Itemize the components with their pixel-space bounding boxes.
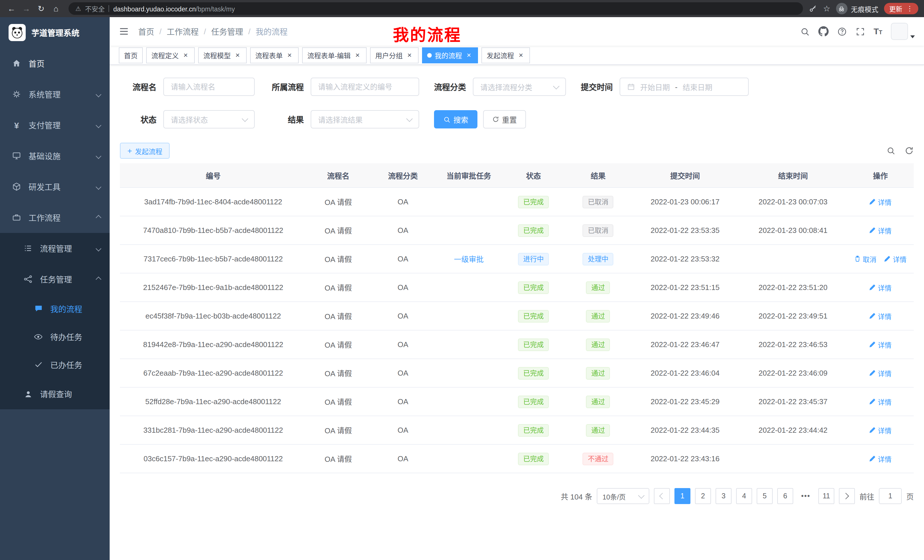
tab-process-model[interactable]: 流程模型× bbox=[198, 47, 247, 63]
help-icon[interactable] bbox=[837, 27, 847, 36]
forward-button[interactable]: → bbox=[20, 2, 33, 15]
back-button[interactable]: ← bbox=[4, 2, 18, 15]
close-icon[interactable]: × bbox=[234, 51, 242, 59]
page-button[interactable]: 1 bbox=[675, 488, 690, 504]
sidebar-item-todo-task[interactable]: 待办任务 bbox=[0, 322, 110, 350]
tab-process-form[interactable]: 流程表单× bbox=[250, 47, 298, 63]
tab-user-group[interactable]: 用户分组× bbox=[370, 47, 418, 63]
filter-row-1: 流程名 所属流程 流程分类 请选择流程分类 提交时间 bbox=[120, 78, 914, 96]
breadcrumb-home[interactable]: 首页 bbox=[138, 26, 154, 37]
detail-link[interactable]: 详情 bbox=[869, 340, 891, 349]
eye-icon bbox=[33, 332, 44, 341]
sidebar-item-workflow[interactable]: 工作流程 bbox=[0, 202, 110, 233]
submit-time-range[interactable]: 开始日期 - 结束日期 bbox=[620, 78, 748, 96]
close-icon[interactable]: × bbox=[182, 51, 190, 59]
chrome-update-button[interactable]: 更新 ⋮ bbox=[884, 3, 918, 14]
detail-link[interactable]: 详情 bbox=[869, 397, 891, 406]
bookmark-star-icon[interactable]: ☆ bbox=[823, 4, 830, 13]
sidebar-item-system[interactable]: 系统管理 bbox=[0, 79, 110, 109]
result-select[interactable]: 请选择流结果 bbox=[310, 110, 419, 129]
cancel-link[interactable]: 取消 bbox=[854, 254, 877, 264]
app-logo[interactable]: 芋道管理系统 bbox=[0, 17, 110, 48]
category-select[interactable]: 请选择流程分类 bbox=[473, 78, 566, 96]
hamburger-icon[interactable] bbox=[119, 26, 129, 36]
detail-link[interactable]: 详情 bbox=[869, 425, 891, 435]
sidebar-item-process-mgmt[interactable]: 流程管理 bbox=[0, 233, 110, 264]
sidebar-item-my-process[interactable]: 我的流程 bbox=[0, 295, 110, 322]
tab-start-process[interactable]: 发起流程× bbox=[482, 47, 530, 63]
page-button[interactable]: 5 bbox=[757, 488, 772, 504]
tab-process-definition[interactable]: 流程定义× bbox=[146, 47, 195, 63]
status-select[interactable]: 请选择状态 bbox=[164, 110, 255, 129]
tab-my-process[interactable]: 我的流程× bbox=[422, 47, 478, 63]
process-def-input[interactable] bbox=[310, 78, 419, 96]
filter-row-2: 状态 请选择状态 结果 请选择流结果 搜索 bbox=[120, 110, 914, 129]
chevron-up-icon bbox=[96, 276, 101, 282]
sidebar-item-payment[interactable]: ¥ 支付管理 bbox=[0, 109, 110, 141]
close-icon[interactable]: × bbox=[517, 51, 525, 59]
sidebar-item-done-task[interactable]: 已办任务 bbox=[0, 350, 110, 379]
github-icon[interactable] bbox=[818, 26, 828, 36]
detail-link[interactable]: 详情 bbox=[869, 368, 891, 378]
tab-home[interactable]: 首页 bbox=[119, 47, 143, 63]
next-page-button[interactable] bbox=[839, 488, 855, 504]
close-icon[interactable]: × bbox=[285, 51, 294, 59]
chevron-down-icon bbox=[406, 115, 413, 122]
process-table: 编号 流程名 流程分类 当前审批任务 状态 结果 提交时间 结束时间 操作 3a… bbox=[120, 163, 914, 473]
sidebar-item-devtools[interactable]: 研发工具 bbox=[0, 171, 110, 202]
toggle-search-icon[interactable] bbox=[886, 146, 896, 155]
page-button[interactable]: 3 bbox=[716, 488, 732, 504]
reload-button[interactable]: ↻ bbox=[34, 2, 48, 15]
detail-link[interactable]: 详情 bbox=[869, 226, 891, 235]
password-key-icon[interactable] bbox=[809, 4, 818, 13]
table-row: 2152467e-7b9b-11ec-9a1b-acde48001122 OA … bbox=[120, 273, 914, 302]
page-button[interactable]: 4 bbox=[736, 488, 752, 504]
search-button[interactable]: 搜索 bbox=[434, 110, 477, 129]
browser-menu-kebab-icon[interactable]: ⋮ bbox=[906, 4, 913, 13]
main-area: 首页 / 工作流程 / 任务管理 / 我的流程 我的流程 TT bbox=[110, 17, 924, 560]
close-icon[interactable]: × bbox=[465, 51, 473, 59]
chevron-down-icon bbox=[96, 184, 101, 190]
start-process-button[interactable]: + 发起流程 bbox=[120, 143, 170, 159]
page-size-select[interactable]: 10条/页 bbox=[597, 488, 650, 504]
process-name-input[interactable] bbox=[164, 78, 255, 96]
col-id: 编号 bbox=[120, 163, 306, 187]
detail-link[interactable]: 详情 bbox=[869, 454, 891, 464]
font-size-icon[interactable]: TT bbox=[873, 26, 882, 36]
detail-link[interactable]: 详情 bbox=[869, 311, 891, 321]
refresh-icon[interactable] bbox=[904, 146, 914, 155]
close-icon[interactable]: × bbox=[354, 51, 362, 59]
sidebar: 芋道管理系统 首页 系统管理 ¥ 支付管理 基础设施 研发工具 工作 bbox=[0, 17, 110, 560]
goto-page-input[interactable] bbox=[879, 488, 902, 504]
yen-icon: ¥ bbox=[11, 121, 22, 129]
detail-link[interactable]: 详情 bbox=[869, 197, 891, 207]
detail-link[interactable]: 详情 bbox=[884, 254, 907, 264]
breadcrumb: 首页 / 工作流程 / 任务管理 / 我的流程 bbox=[138, 26, 288, 37]
sidebar-item-leave-query[interactable]: 请假查询 bbox=[0, 379, 110, 409]
close-icon[interactable]: × bbox=[405, 51, 414, 59]
detail-link[interactable]: 详情 bbox=[869, 283, 891, 292]
more-pages-button[interactable]: ••• bbox=[798, 488, 814, 504]
search-icon[interactable] bbox=[800, 27, 810, 36]
current-task-link[interactable]: 一级审批 bbox=[454, 253, 484, 264]
page-button[interactable]: 2 bbox=[695, 488, 711, 504]
sidebar-item-task-mgmt[interactable]: 任务管理 bbox=[0, 264, 110, 295]
browser-home-button[interactable]: ⌂ bbox=[49, 2, 63, 15]
sidebar-item-home[interactable]: 首页 bbox=[0, 48, 110, 79]
prev-page-button[interactable] bbox=[654, 488, 670, 504]
address-bar[interactable]: ⚠ 不安全 dashboard.yudao.iocoder.cn/bpm/tas… bbox=[69, 2, 803, 15]
reset-button[interactable]: 重置 bbox=[483, 110, 526, 129]
breadcrumb-workflow[interactable]: 工作流程 bbox=[167, 26, 199, 37]
sidebar-item-infra[interactable]: 基础设施 bbox=[0, 141, 110, 171]
user-menu[interactable] bbox=[891, 23, 915, 40]
name-label: 流程名 bbox=[120, 81, 156, 93]
fullscreen-icon[interactable] bbox=[855, 27, 865, 36]
page-button-last[interactable]: 11 bbox=[818, 488, 834, 504]
breadcrumb-task-mgmt[interactable]: 任务管理 bbox=[211, 26, 243, 37]
page-button[interactable]: 6 bbox=[777, 488, 793, 504]
table-row: 03c6c157-7b9a-11ec-a290-acde48001122 OA … bbox=[120, 445, 914, 473]
avatar[interactable] bbox=[891, 23, 908, 40]
chevron-down-icon bbox=[96, 91, 101, 97]
chevron-up-icon bbox=[96, 215, 101, 220]
tab-process-form-edit[interactable]: 流程表单-编辑× bbox=[302, 47, 367, 63]
